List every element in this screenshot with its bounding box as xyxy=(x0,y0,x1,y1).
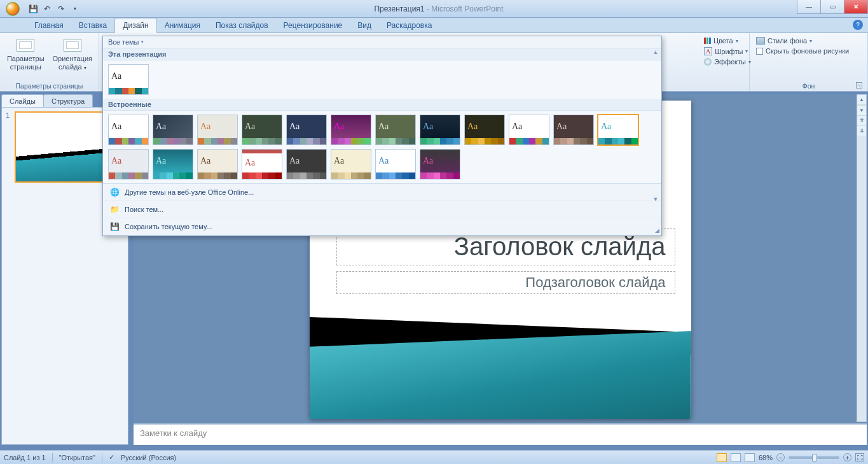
theme-thumb-current[interactable]: Aa xyxy=(108,64,149,95)
status-language[interactable]: Русский (Россия) xyxy=(121,454,176,461)
colors-label: Цвета xyxy=(713,37,733,45)
group-page-setup-label: Параметры страницы xyxy=(4,81,95,90)
undo-icon[interactable]: ↶ xyxy=(42,4,52,14)
hide-background-label: Скрыть фоновые рисунки xyxy=(766,47,849,55)
tab-view[interactable]: Вид xyxy=(350,18,379,32)
effects-label: Эффекты xyxy=(714,58,746,66)
theme-thumb[interactable]: Aa xyxy=(553,115,594,145)
slide-thumbnail[interactable] xyxy=(15,111,110,183)
more-themes-online[interactable]: 🌐 Другие темы на веб-узле Office Online.… xyxy=(103,184,661,201)
document-name: Презентация1 xyxy=(374,4,424,13)
scroll-up-arrow-icon[interactable]: ▲ xyxy=(857,95,866,105)
theme-thumb[interactable]: Aa xyxy=(375,115,416,145)
section-builtin: Встроенные xyxy=(103,99,661,111)
close-button[interactable]: ✕ xyxy=(844,0,868,14)
theme-thumb[interactable]: Aa xyxy=(242,115,282,145)
checkbox-icon xyxy=(756,48,763,55)
fonts-button[interactable]: A Шрифты▾ xyxy=(701,46,750,57)
fit-to-window-button[interactable]: ⛶ xyxy=(855,453,864,461)
group-background: Стили фона▾ Скрыть фоновые рисунки Фон ↘ xyxy=(750,33,868,91)
ribbon-tabs: Главная Вставка Дизайн Анимация Показ сл… xyxy=(0,18,868,33)
view-slideshow-button[interactable] xyxy=(745,453,755,462)
maximize-button[interactable]: ▭ xyxy=(820,0,844,14)
qat-customize-icon[interactable]: ▾ xyxy=(70,4,80,14)
theme-thumb[interactable]: Aa xyxy=(286,149,327,179)
scroll-down-arrow-icon[interactable]: ▼ xyxy=(857,105,866,115)
save-current-theme[interactable]: 💾 Сохранить текущую тему... xyxy=(103,218,661,236)
tab-review[interactable]: Рецензирование xyxy=(276,18,350,32)
theme-thumb[interactable]: Aa xyxy=(197,115,238,145)
save-current-theme-label: Сохранить текущую тему... xyxy=(125,223,212,230)
fonts-label: Шрифты xyxy=(715,48,743,55)
dialog-launcher-icon[interactable]: ↘ xyxy=(856,82,862,88)
prev-slide-icon[interactable]: ⇈ xyxy=(857,115,866,125)
theme-thumb[interactable]: Aa xyxy=(153,115,193,145)
theme-thumb[interactable]: Aa xyxy=(509,115,549,145)
save-icon[interactable]: 💾 xyxy=(28,4,38,14)
browse-themes[interactable]: 📁 Поиск тем... xyxy=(103,201,661,218)
theme-thumb[interactable]: Aa xyxy=(153,149,193,179)
spellcheck-icon[interactable]: ✓ xyxy=(109,453,114,461)
help-icon[interactable]: ? xyxy=(853,20,863,30)
tab-home[interactable]: Главная xyxy=(27,18,71,32)
redo-icon[interactable]: ↷ xyxy=(56,4,66,14)
notes-pane[interactable]: Заметки к слайду xyxy=(134,423,867,445)
tab-slides[interactable]: Слайды xyxy=(1,94,44,108)
hide-background-checkbox[interactable]: Скрыть фоновые рисунки xyxy=(754,46,851,56)
theme-thumb[interactable]: Aa xyxy=(108,149,149,179)
themes-footer: 🌐 Другие темы на веб-узле Office Online.… xyxy=(103,183,661,236)
theme-thumb[interactable]: Aa xyxy=(242,149,282,179)
themes-builtin-grid: AaAaAaAaAaAaAaAaAaAaAaAaAaAaAaAaAaAaAaAa xyxy=(103,111,661,183)
status-slide-count: Слайд 1 из 1 xyxy=(4,454,46,461)
zoom-level[interactable]: 68% xyxy=(759,454,773,461)
colors-button[interactable]: Цвета▾ xyxy=(701,36,741,46)
view-normal-button[interactable] xyxy=(717,453,727,462)
zoom-out-button[interactable]: − xyxy=(776,453,785,461)
theme-thumb[interactable]: Aa xyxy=(286,115,327,145)
next-slide-icon[interactable]: ⇊ xyxy=(857,125,866,136)
save-theme-icon: 💾 xyxy=(109,221,120,232)
app-name: Microsoft PowerPoint xyxy=(431,4,503,13)
theme-thumb[interactable]: Aa xyxy=(108,115,149,145)
group-background-label: Фон ↘ xyxy=(754,81,864,90)
all-themes-header[interactable]: Все темы▾ xyxy=(103,36,661,48)
tab-animation[interactable]: Анимация xyxy=(157,18,208,32)
fonts-icon: A xyxy=(704,47,712,55)
themes-gallery-dropdown: Все темы▾ Эта презентация Aa Встроенные … xyxy=(102,36,662,236)
status-bar: Слайд 1 из 1 "Открытая" ✓ Русский (Росси… xyxy=(0,450,868,464)
theme-thumb[interactable]: Aa xyxy=(375,149,416,179)
resize-grip-icon[interactable]: ◢ xyxy=(655,227,659,234)
quick-access-toolbar: 💾 ↶ ↷ ▾ xyxy=(28,4,80,14)
theme-thumb[interactable]: Aa xyxy=(197,149,238,179)
tab-insert[interactable]: Вставка xyxy=(71,18,115,32)
minimize-button[interactable]: — xyxy=(797,0,821,14)
theme-thumb[interactable]: Aa xyxy=(420,115,460,145)
office-button[interactable] xyxy=(0,0,25,18)
all-themes-label: Все темы xyxy=(108,38,139,46)
theme-thumb[interactable]: Aa xyxy=(464,115,505,145)
slide-number: 1 xyxy=(6,111,12,183)
tab-design[interactable]: Дизайн xyxy=(114,18,156,33)
theme-thumb[interactable]: Aa xyxy=(331,115,371,145)
view-sorter-button[interactable] xyxy=(731,453,741,462)
zoom-in-button[interactable]: + xyxy=(843,453,851,461)
effects-button[interactable]: Эффекты▾ xyxy=(701,57,754,67)
background-styles-button[interactable]: Стили фона▾ xyxy=(754,36,815,46)
theme-thumb[interactable]: Aa xyxy=(420,149,460,179)
scroll-up-icon[interactable]: ▲ xyxy=(651,49,660,55)
folder-icon: 📁 xyxy=(109,204,120,214)
group-page-setup: Параметры страницы Ориентация слайда ▾ П… xyxy=(0,33,99,91)
tab-outline[interactable]: Структура xyxy=(43,94,93,108)
tab-storyboard[interactable]: Раскадровка xyxy=(379,18,439,32)
tab-slideshow[interactable]: Показ слайдов xyxy=(208,18,276,32)
slide-subtitle-placeholder[interactable]: Подзаголовок слайда xyxy=(336,271,675,294)
page-setup-button[interactable]: Параметры страницы xyxy=(4,36,48,72)
theme-thumb[interactable]: Aa xyxy=(598,115,638,145)
gallery-scroll: ▲ ▼ xyxy=(651,49,660,202)
scroll-down-icon[interactable]: ▼ xyxy=(651,196,660,202)
colors-icon xyxy=(704,38,711,44)
theme-thumb[interactable]: Aa xyxy=(331,149,371,179)
slide-orientation-button[interactable]: Ориентация слайда ▾ xyxy=(50,36,95,72)
vertical-scrollbar[interactable]: ▲ ▼ ⇈ ⇊ xyxy=(857,94,867,422)
zoom-slider[interactable] xyxy=(789,456,839,459)
